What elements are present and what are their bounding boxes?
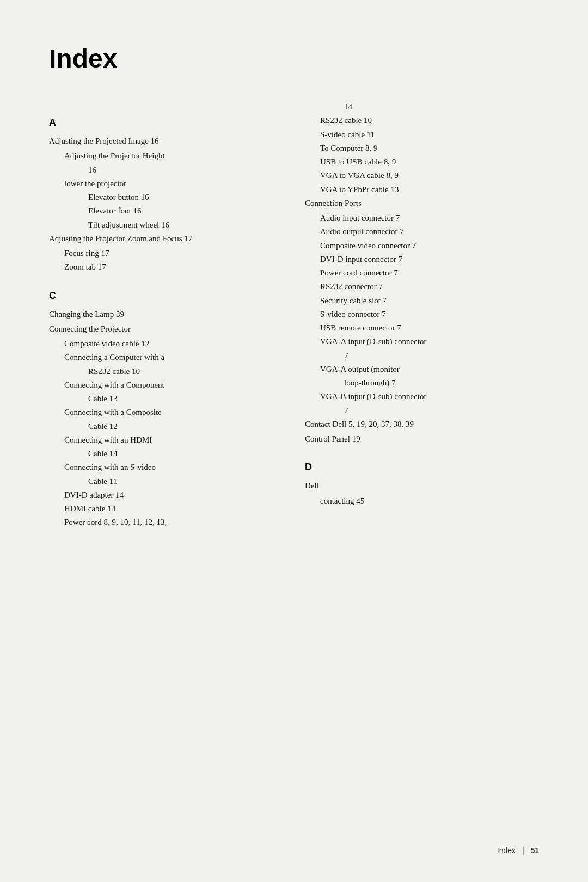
index-entry: Elevator button 16: [88, 191, 283, 204]
index-entry: Cable 14: [88, 448, 283, 460]
page-title: Index: [49, 44, 539, 74]
index-entry: Adjusting the Projected Image 16: [49, 135, 283, 148]
index-entry: Connecting a Computer with a: [64, 351, 283, 364]
index-entry: Connecting with an S-video: [64, 461, 283, 474]
page-footer: Index | 51: [497, 846, 539, 855]
section-letter-d: D: [305, 462, 539, 473]
index-entry: Power cord connector 7: [320, 267, 539, 279]
index-entry: Control Panel 19: [305, 433, 539, 445]
index-entry: Dell: [305, 480, 539, 492]
index-entry: Power cord 8, 9, 10, 11, 12, 13,: [64, 516, 283, 529]
index-entry: Cable 11: [88, 475, 283, 488]
index-entry: HDMI cable 14: [64, 503, 283, 515]
index-entry: VGA to YPbPr cable 13: [320, 183, 539, 196]
index-entry: Composite video cable 12: [64, 338, 283, 350]
index-entry: USB to USB cable 8, 9: [320, 156, 539, 168]
index-entry: lower the projector: [64, 177, 283, 190]
footer-separator: |: [522, 846, 524, 855]
index-entry: DVI-D adapter 14: [64, 489, 283, 501]
index-entry: RS232 cable 10: [320, 114, 539, 127]
index-entry: VGA to VGA cable 8, 9: [320, 169, 539, 182]
index-entry: Contact Dell 5, 19, 20, 37, 38, 39: [305, 418, 539, 431]
index-entry: Adjusting the Projector Zoom and Focus 1…: [49, 232, 283, 245]
index-entry: 14: [344, 101, 539, 113]
footer-label: Index: [497, 846, 516, 855]
index-entry: Tilt adjustment wheel 16: [88, 219, 283, 231]
left-column: AAdjusting the Projected Image 16Adjusti…: [49, 101, 283, 530]
index-entry: Connecting the Projector: [49, 323, 283, 335]
page: Index AAdjusting the Projected Image 16A…: [0, 0, 588, 882]
content-columns: AAdjusting the Projected Image 16Adjusti…: [49, 101, 539, 530]
index-entry: Security cable slot 7: [320, 295, 539, 307]
index-entry: USB remote connector 7: [320, 322, 539, 334]
index-entry: 7: [344, 405, 539, 417]
index-entry: Connecting with a Composite: [64, 406, 283, 419]
right-column: 14RS232 cable 10S-video cable 11To Compu…: [305, 101, 539, 509]
index-entry: Audio output connector 7: [320, 225, 539, 238]
index-entry: 7: [344, 350, 539, 362]
index-entry: contacting 45: [320, 495, 539, 507]
index-entry: Cable 13: [88, 393, 283, 405]
footer-page: 51: [530, 846, 539, 855]
section-letter-c: C: [49, 290, 283, 302]
index-entry: Connecting with a Component: [64, 379, 283, 391]
index-entry: S-video cable 11: [320, 128, 539, 141]
index-entry: loop-through) 7: [344, 377, 539, 389]
index-entry: VGA-B input (D-sub) connector: [320, 390, 539, 403]
index-entry: S-video connector 7: [320, 308, 539, 321]
index-entry: VGA-A output (monitor: [320, 363, 539, 376]
index-entry: Audio input connector 7: [320, 212, 539, 224]
index-entry: DVI-D input connector 7: [320, 253, 539, 266]
index-entry: Connecting with an HDMI: [64, 434, 283, 446]
index-entry: Elevator foot 16: [88, 205, 283, 217]
index-entry: 16: [88, 164, 283, 176]
index-entry: Composite video connector 7: [320, 240, 539, 252]
index-entry: RS232 cable 10: [88, 365, 283, 378]
index-entry: Adjusting the Projector Height: [64, 150, 283, 162]
index-entry: RS232 connector 7: [320, 280, 539, 293]
index-entry: Cable 12: [88, 420, 283, 433]
section-letter-a: A: [49, 117, 283, 128]
index-entry: Connection Ports: [305, 197, 539, 210]
index-entry: Focus ring 17: [64, 247, 283, 260]
index-entry: Changing the Lamp 39: [49, 308, 283, 321]
index-entry: VGA-A input (D-sub) connector: [320, 335, 539, 348]
index-entry: To Computer 8, 9: [320, 142, 539, 155]
index-entry: Zoom tab 17: [64, 261, 283, 273]
